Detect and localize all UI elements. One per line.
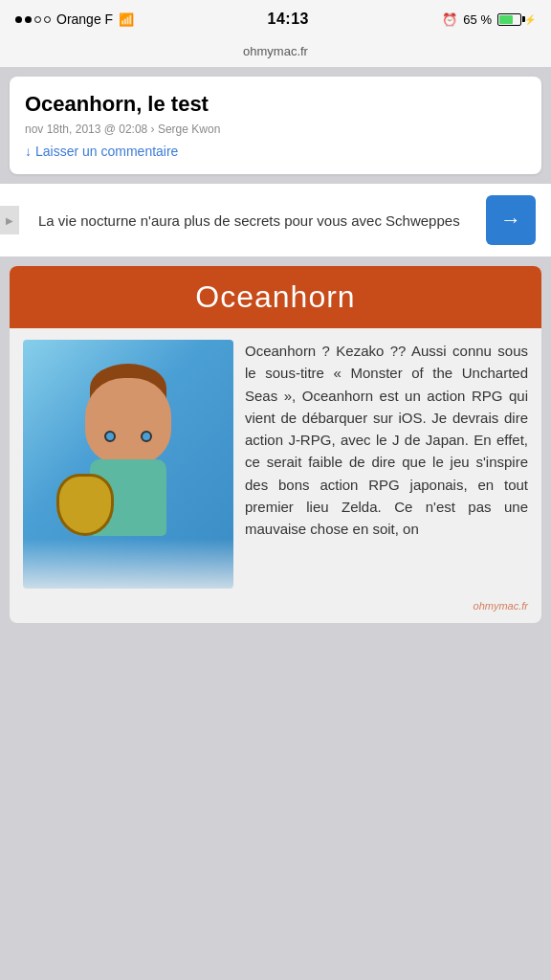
watermark: ohmymac.fr <box>10 600 541 612</box>
ad-banner: ▶ La vie nocturne n'aura plus de secrets… <box>0 184 551 256</box>
arrow-down-icon: ↓ <box>25 144 32 159</box>
char-shield <box>56 474 114 536</box>
battery-fill <box>499 15 513 24</box>
article-text: Oceanhorn ? Kezako ?? Aussi connu sous l… <box>245 340 528 540</box>
wifi-icon: 📶 <box>119 12 134 27</box>
signal-dot-1 <box>15 16 22 23</box>
time-display: 14:13 <box>268 11 309 28</box>
battery-icon <box>497 13 521 26</box>
signal-dot-3 <box>34 16 41 23</box>
play-icon: ▶ <box>0 206 19 234</box>
ad-arrow-icon: → <box>500 208 521 233</box>
game-title-bar: Oceanhorn <box>10 266 541 328</box>
battery-indicator: ⚡ <box>497 13 536 26</box>
status-left: Orange F 📶 <box>15 11 134 27</box>
content-card: Oceanhorn Oceanhorn ? Kezako ?? Aussi co… <box>10 266 541 623</box>
char-eyes <box>104 431 152 442</box>
ad-arrow-button[interactable]: → <box>486 195 536 245</box>
comment-link-label: Laisser un commentaire <box>35 144 178 159</box>
status-right: ⏰ 65 % ⚡ <box>442 12 536 27</box>
article-title: Oceanhorn, le test <box>25 92 526 117</box>
ad-text: La vie nocturne n'aura plus de secrets p… <box>15 211 474 231</box>
char-eye-left <box>104 431 116 442</box>
status-bar: Orange F 📶 14:13 ⏰ 65 % ⚡ <box>0 0 551 38</box>
signal-dots <box>15 16 51 23</box>
charge-icon: ⚡ <box>524 14 536 25</box>
address-bar[interactable]: ohmymac.fr <box>0 38 551 67</box>
article-meta: nov 18th, 2013 @ 02:08 › Serge Kwon <box>25 122 526 136</box>
carrier-label: Orange F <box>56 11 113 27</box>
game-title: Oceanhorn <box>23 279 528 315</box>
ad-wrapper: ▶ La vie nocturne n'aura plus de secrets… <box>0 184 551 256</box>
char-head <box>85 378 171 464</box>
battery-percent: 65 % <box>463 12 492 27</box>
article-card: Oceanhorn, le test nov 18th, 2013 @ 02:0… <box>10 77 541 174</box>
article-paragraph: Oceanhorn ? Kezako ?? Aussi connu sous l… <box>245 340 528 540</box>
char-eye-right <box>141 431 152 442</box>
comment-link[interactable]: ↓ Laisser un commentaire <box>25 144 526 159</box>
signal-dot-2 <box>25 16 32 23</box>
signal-dot-4 <box>44 16 51 23</box>
content-body: Oceanhorn ? Kezako ?? Aussi connu sous l… <box>10 328 541 596</box>
alarm-icon: ⏰ <box>442 12 457 27</box>
url-display[interactable]: ohmymac.fr <box>243 44 308 58</box>
game-image <box>23 340 233 589</box>
character <box>42 359 214 589</box>
